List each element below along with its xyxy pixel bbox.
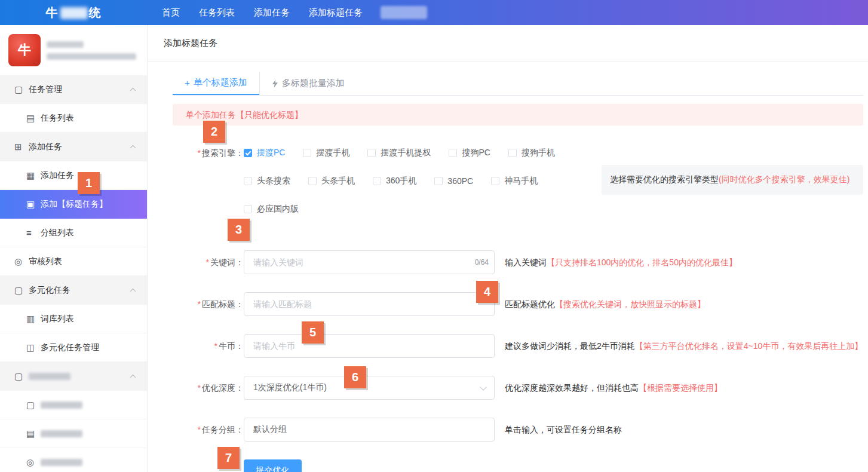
checkbox-360-pc[interactable]: 360PC bbox=[434, 176, 473, 186]
tab-single-title-add[interactable]: 单个标题添加 bbox=[173, 72, 259, 95]
top-navigation: 首页 任务列表 添加任务 添加标题任务 bbox=[152, 0, 427, 25]
nav-item-task-list[interactable]: 任务列表 bbox=[189, 0, 244, 25]
engine-help-note: 选择需要优化的搜索引擎类型(同时优化多个搜索引擎，效果更佳) bbox=[602, 165, 863, 195]
sidebar-item-label: 添加【标题任务】 bbox=[41, 199, 108, 210]
field-label: *搜索引擎： bbox=[173, 147, 244, 159]
chevron-up-icon bbox=[130, 288, 136, 294]
sidebar-item-add-title-task[interactable]: 添加【标题任务】 bbox=[0, 190, 147, 219]
folder-icon bbox=[14, 371, 29, 382]
plus-icon bbox=[185, 78, 190, 88]
checkbox-360-mobile[interactable]: 360手机 bbox=[373, 176, 416, 186]
grid-icon bbox=[26, 170, 41, 181]
checkbox-label: 必应国内版 bbox=[257, 204, 299, 214]
depth-select-value: 1次深度优化(1牛币) bbox=[253, 382, 327, 393]
sidebar-group-blurred[interactable] bbox=[0, 362, 147, 391]
topbar: 牛统 首页 任务列表 添加任务 添加标题任务 bbox=[0, 0, 868, 25]
submit-row: 提交优化 bbox=[173, 459, 863, 472]
list-icon bbox=[26, 113, 41, 124]
checkbox-label: 搜狗手机 bbox=[522, 148, 555, 158]
required-mark: * bbox=[206, 258, 209, 267]
checkbox-label: 头条搜索 bbox=[257, 176, 290, 186]
eye-icon bbox=[14, 256, 29, 267]
checkbox-checked-icon bbox=[244, 149, 252, 157]
match-title-control bbox=[244, 292, 495, 316]
task-group-note: 单击输入，可设置任务分组名称 bbox=[505, 418, 622, 442]
required-mark: * bbox=[214, 341, 217, 351]
sidebar-item-word-library[interactable]: 词库列表 bbox=[0, 305, 147, 333]
step-badge-4: 4 bbox=[476, 281, 498, 303]
nav-item-add-title-task[interactable]: 添加标题任务 bbox=[299, 0, 372, 25]
depth-select[interactable]: 1次深度优化(1牛币) bbox=[244, 376, 495, 400]
sidebar-item-label: 添加任务 bbox=[29, 142, 62, 152]
logo-text-suffix: 统 bbox=[89, 6, 102, 19]
coin-input[interactable] bbox=[244, 334, 495, 358]
checkbox-icon bbox=[373, 177, 381, 185]
step-badge-7: 7 bbox=[217, 447, 240, 469]
nav-item-add-task[interactable]: 添加任务 bbox=[244, 0, 299, 25]
checkbox-icon bbox=[244, 205, 252, 213]
chevron-up-icon bbox=[130, 87, 136, 93]
nav-item-home[interactable]: 首页 bbox=[152, 0, 189, 25]
document-icon bbox=[26, 400, 41, 410]
lightning-icon bbox=[272, 79, 278, 88]
required-mark: * bbox=[198, 383, 201, 393]
sidebar-item-blurred-1[interactable] bbox=[0, 391, 147, 419]
sidebar-item-label: 任务列表 bbox=[41, 113, 74, 124]
keyword-input[interactable] bbox=[244, 250, 495, 274]
nav-item-blurred[interactable] bbox=[381, 6, 427, 19]
eye-icon bbox=[26, 457, 41, 468]
checkbox-icon bbox=[244, 177, 252, 185]
checkbox-icon bbox=[508, 149, 517, 157]
required-mark: * bbox=[198, 299, 201, 309]
task-group-input[interactable] bbox=[244, 418, 495, 442]
checkbox-bing-cn[interactable]: 必应国内版 bbox=[244, 204, 299, 214]
sidebar-item-label: 多元化任务 bbox=[29, 285, 70, 296]
page-header: 添加标题任务 bbox=[148, 25, 868, 62]
avatar: 牛 bbox=[8, 34, 41, 66]
sidebar-item-blurred-3[interactable] bbox=[0, 448, 147, 472]
checkbox-label: 摆渡手机提权 bbox=[381, 148, 431, 158]
logo-text-prefix: 牛 bbox=[46, 6, 59, 19]
page: 牛统 首页 任务列表 添加任务 添加标题任务 牛 任务管理 bbox=[0, 0, 868, 472]
sidebar-item-task-list[interactable]: 任务列表 bbox=[0, 104, 147, 133]
sidebar-group-add-task[interactable]: 添加任务 bbox=[0, 133, 147, 161]
tab-batch-title-add[interactable]: 多标题批量添加 bbox=[259, 72, 357, 95]
sidebar-item-review-list[interactable]: 审核列表 bbox=[0, 247, 147, 276]
match-title-input[interactable] bbox=[244, 292, 495, 316]
main-content: 添加标题任务 单个标题添加 多标题批量添加 单个添加任务【只能优化标题】 bbox=[148, 25, 868, 472]
checkbox-baidu-mobile-boost[interactable]: 摆渡手机提权 bbox=[367, 148, 431, 158]
blurred-label bbox=[29, 373, 70, 380]
sidebar-item-blurred-2[interactable] bbox=[0, 419, 147, 448]
checkbox-sogou-mobile[interactable]: 搜狗手机 bbox=[508, 148, 555, 158]
required-mark: * bbox=[198, 148, 201, 158]
checkbox-label: 摆渡PC bbox=[257, 148, 285, 158]
tab-label: 单个标题添加 bbox=[194, 77, 247, 88]
checkbox-baidu-pc[interactable]: 摆渡PC bbox=[244, 148, 285, 158]
sidebar-item-add-task[interactable]: 添加任务 bbox=[0, 161, 147, 190]
submit-button[interactable]: 提交优化 bbox=[244, 459, 302, 472]
blurred-label bbox=[41, 430, 82, 437]
sidebar-item-label: 分组列表 bbox=[41, 228, 74, 238]
add-grid-icon bbox=[14, 142, 29, 152]
sidebar-group-task-management[interactable]: 任务管理 bbox=[0, 75, 147, 104]
checkbox-toutiao-search[interactable]: 头条搜索 bbox=[244, 176, 290, 186]
checkbox-sogou-pc[interactable]: 搜狗PC bbox=[449, 148, 490, 158]
chevron-up-icon bbox=[130, 374, 136, 380]
chevron-down-icon bbox=[480, 384, 486, 390]
sidebar-item-group-list[interactable]: 分组列表 bbox=[0, 219, 147, 247]
field-row-task-group: *任务分组： 单击输入，可设置任务分组名称 bbox=[173, 418, 863, 442]
user-profile: 牛 bbox=[0, 25, 147, 75]
sidebar-item-diversified-task-management[interactable]: 多元化任务管理 bbox=[0, 333, 147, 362]
user-name-blurred bbox=[47, 41, 136, 60]
field-label: *任务分组： bbox=[173, 418, 244, 442]
checkbox-icon bbox=[367, 149, 376, 157]
sidebar-menu: 任务管理 任务列表 添加任务 添加任务 添加【标题任务】 bbox=[0, 75, 147, 472]
checkbox-label: 360手机 bbox=[386, 176, 416, 186]
field-label: *关键词： bbox=[173, 250, 244, 274]
sidebar-item-label: 词库列表 bbox=[41, 314, 74, 324]
sidebar-group-diversified-tasks[interactable]: 多元化任务 bbox=[0, 276, 147, 305]
checkbox-baidu-mobile[interactable]: 摆渡手机 bbox=[303, 148, 349, 158]
logo-blur-patch bbox=[60, 7, 88, 19]
checkbox-shenma-mobile[interactable]: 神马手机 bbox=[491, 176, 538, 186]
checkbox-toutiao-mobile[interactable]: 头条手机 bbox=[308, 176, 355, 186]
